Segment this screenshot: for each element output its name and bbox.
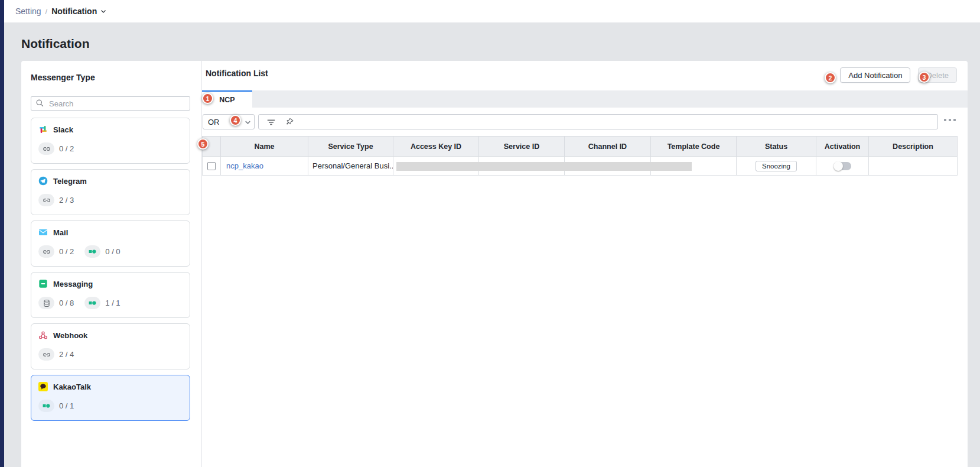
messenger-name: Telegram xyxy=(53,177,87,186)
database-icon xyxy=(38,297,54,309)
search-input[interactable] xyxy=(31,96,190,111)
template-shapes-icon xyxy=(84,245,100,258)
messenger-card-mail[interactable]: Mail 0 / 2 0 / 0 xyxy=(31,220,190,267)
search-icon xyxy=(35,99,44,108)
breadcrumb-current: Notification xyxy=(51,7,97,16)
left-nav-rail xyxy=(0,0,4,467)
messenger-card-messaging[interactable]: Messaging 0 / 8 1 / 1 xyxy=(31,272,190,318)
link-count: 2 / 3 xyxy=(59,196,74,205)
breadcrumb: Setting / Notification xyxy=(4,0,980,22)
filter-operator-value: OR xyxy=(208,118,220,127)
link-count: 0 / 2 xyxy=(59,144,74,153)
template-count-badge: 0 / 1 xyxy=(38,400,74,412)
messenger-name: Messaging xyxy=(53,280,93,288)
column-status[interactable]: Status xyxy=(737,137,816,157)
add-notification-button[interactable]: Add Notification xyxy=(840,67,910,83)
link-count-badge: 0 / 2 xyxy=(38,142,74,155)
database-count-badge: 0 / 8 xyxy=(38,297,74,309)
messenger-card-webhook[interactable]: Webhook 2 / 4 xyxy=(31,323,190,369)
column-service-type[interactable]: Service Type xyxy=(308,137,393,157)
messenger-name: Webhook xyxy=(53,331,87,340)
column-activation[interactable]: Activation xyxy=(816,137,869,157)
more-options-icon[interactable] xyxy=(944,119,956,121)
webhook-icon xyxy=(38,330,48,340)
activation-toggle[interactable] xyxy=(834,161,851,171)
messenger-type-panel: Messenger Type Slack xyxy=(21,61,202,467)
kakaotalk-icon xyxy=(38,382,48,391)
breadcrumb-parent-link[interactable]: Setting xyxy=(15,7,41,16)
annotation-marker-1: 1 xyxy=(202,93,213,104)
template-count: 0 / 0 xyxy=(105,247,120,256)
filter-expression-input[interactable] xyxy=(258,114,938,129)
template-count-badge: 1 / 1 xyxy=(84,297,120,309)
messenger-name: KakaoTalk xyxy=(53,382,91,391)
messenger-search xyxy=(31,96,190,111)
annotation-marker-4: 4 xyxy=(230,115,241,126)
link-icon xyxy=(38,194,54,206)
row-checkbox[interactable] xyxy=(207,162,216,170)
tab-bar: NCP xyxy=(202,90,968,108)
column-template-code[interactable]: Template Code xyxy=(651,137,737,157)
table-row: ncp_kakao Personal/General Busi... Snooz… xyxy=(203,157,958,176)
messenger-card-kakaotalk[interactable]: KakaoTalk 0 / 1 xyxy=(31,375,190,421)
filter-row: OR xyxy=(203,114,968,129)
masked-data-bar xyxy=(396,162,692,171)
messenger-type-title: Messenger Type xyxy=(31,73,190,82)
column-access-key-id[interactable]: Access Key ID xyxy=(393,137,479,157)
template-count: 0 / 1 xyxy=(59,401,74,410)
column-description[interactable]: Description xyxy=(869,137,958,157)
column-name[interactable]: Name xyxy=(221,137,308,157)
link-count: 2 / 4 xyxy=(59,350,74,359)
annotation-marker-5: 5 xyxy=(197,138,209,150)
row-service-type: Personal/General Busi... xyxy=(308,157,393,176)
slack-icon xyxy=(38,125,48,134)
link-count-badge: 0 / 2 xyxy=(38,245,74,258)
row-access-key-id xyxy=(393,157,479,176)
chevron-down-icon[interactable] xyxy=(100,8,107,15)
notification-list-title: Notification List xyxy=(206,69,268,78)
filter-operator-select[interactable]: OR xyxy=(203,114,255,129)
link-icon xyxy=(38,348,54,361)
messenger-card-slack[interactable]: Slack 0 / 2 xyxy=(31,118,190,164)
annotation-marker-3: 3 xyxy=(919,72,930,83)
status-badge: Snoozing xyxy=(756,161,797,171)
annotation-marker-2: 2 xyxy=(825,72,836,83)
notification-list-panel: Notification List Add Notification Delet… xyxy=(202,61,968,467)
database-count: 0 / 8 xyxy=(59,299,74,307)
template-count: 1 / 1 xyxy=(105,299,120,307)
page-title: Notification xyxy=(21,37,90,51)
template-shapes-icon xyxy=(38,400,54,412)
content-card: Messenger Type Slack xyxy=(21,61,968,467)
telegram-icon xyxy=(38,176,48,186)
messaging-icon xyxy=(38,279,48,288)
template-shapes-icon xyxy=(84,297,100,309)
link-icon xyxy=(38,245,54,258)
messenger-name: Slack xyxy=(53,125,73,134)
link-icon xyxy=(38,142,54,155)
breadcrumb-separator: / xyxy=(45,7,48,16)
pin-icon[interactable] xyxy=(286,118,294,126)
notification-table: Name Service Type Access Key ID Service … xyxy=(202,136,958,176)
chevron-down-icon xyxy=(245,121,250,124)
column-service-id[interactable]: Service ID xyxy=(479,137,565,157)
link-count: 0 / 2 xyxy=(59,247,74,256)
row-description xyxy=(869,157,958,176)
link-count-badge: 2 / 3 xyxy=(38,194,74,206)
row-name-link[interactable]: ncp_kakao xyxy=(226,161,263,170)
table-header-row: Name Service Type Access Key ID Service … xyxy=(203,137,958,157)
messenger-name: Mail xyxy=(53,228,68,237)
template-count-badge: 0 / 0 xyxy=(84,245,120,258)
messenger-card-telegram[interactable]: Telegram 2 / 3 xyxy=(31,169,190,215)
mail-icon xyxy=(38,228,48,237)
column-channel-id[interactable]: Channel ID xyxy=(565,137,651,157)
filter-lines-icon[interactable] xyxy=(266,118,276,126)
link-count-badge: 2 / 4 xyxy=(38,348,74,361)
